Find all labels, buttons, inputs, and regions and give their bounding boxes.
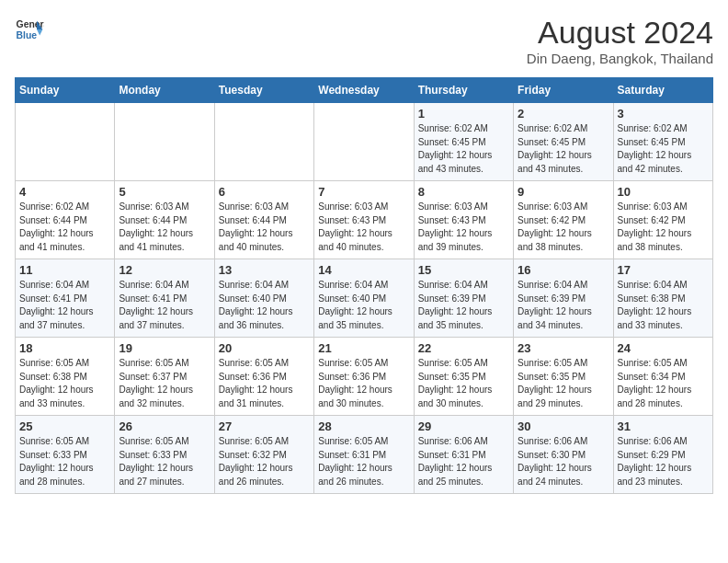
cell-date: 1 [418, 107, 509, 121]
cell-date: 25 [19, 419, 110, 433]
cell-info: Sunrise: 6:05 AM Sunset: 6:33 PM Dayligh… [19, 435, 110, 488]
cell-info: Sunrise: 6:05 AM Sunset: 6:35 PM Dayligh… [518, 357, 609, 410]
cell-date: 5 [119, 185, 210, 199]
cell-date: 11 [19, 263, 110, 277]
page-header: General Blue August 2024 Din Daeng, Bang… [15, 15, 713, 66]
calendar-cell: 8Sunrise: 6:03 AM Sunset: 6:43 PM Daylig… [414, 181, 513, 259]
cell-info: Sunrise: 6:06 AM Sunset: 6:30 PM Dayligh… [518, 435, 609, 488]
calendar-cell: 24Sunrise: 6:05 AM Sunset: 6:34 PM Dayli… [613, 338, 712, 416]
cell-date: 21 [318, 341, 409, 355]
week-row-5: 25Sunrise: 6:05 AM Sunset: 6:33 PM Dayli… [16, 416, 713, 494]
cell-info: Sunrise: 6:04 AM Sunset: 6:41 PM Dayligh… [19, 279, 110, 332]
cell-info: Sunrise: 6:02 AM Sunset: 6:44 PM Dayligh… [19, 201, 110, 254]
cell-date: 17 [618, 263, 709, 277]
calendar-cell: 11Sunrise: 6:04 AM Sunset: 6:41 PM Dayli… [16, 259, 115, 338]
cell-date: 4 [19, 185, 110, 199]
cell-info: Sunrise: 6:03 AM Sunset: 6:43 PM Dayligh… [318, 201, 409, 254]
calendar-title: August 2024 [527, 15, 713, 51]
cell-date: 16 [518, 263, 609, 277]
week-row-4: 18Sunrise: 6:05 AM Sunset: 6:38 PM Dayli… [16, 338, 713, 416]
calendar-cell: 7Sunrise: 6:03 AM Sunset: 6:43 PM Daylig… [314, 181, 414, 259]
calendar-cell: 17Sunrise: 6:04 AM Sunset: 6:38 PM Dayli… [613, 259, 712, 338]
cell-info: Sunrise: 6:03 AM Sunset: 6:42 PM Dayligh… [518, 201, 609, 254]
title-block: August 2024 Din Daeng, Bangkok, Thailand [527, 15, 713, 66]
cell-date: 22 [418, 341, 509, 355]
cell-date: 26 [119, 419, 210, 433]
cell-date: 20 [219, 341, 310, 355]
cell-date: 7 [318, 185, 409, 199]
calendar-cell: 31Sunrise: 6:06 AM Sunset: 6:29 PM Dayli… [613, 416, 712, 494]
cell-info: Sunrise: 6:05 AM Sunset: 6:34 PM Dayligh… [618, 357, 709, 410]
cell-info: Sunrise: 6:05 AM Sunset: 6:31 PM Dayligh… [318, 435, 409, 488]
calendar-header: SundayMondayTuesdayWednesdayThursdayFrid… [16, 78, 713, 103]
day-header-monday: Monday [115, 78, 214, 103]
calendar-cell: 16Sunrise: 6:04 AM Sunset: 6:39 PM Dayli… [514, 259, 613, 338]
svg-text:Blue: Blue [17, 30, 38, 40]
calendar-cell: 27Sunrise: 6:05 AM Sunset: 6:32 PM Dayli… [214, 416, 313, 494]
cell-info: Sunrise: 6:04 AM Sunset: 6:39 PM Dayligh… [418, 279, 509, 332]
cell-info: Sunrise: 6:05 AM Sunset: 6:33 PM Dayligh… [119, 435, 210, 488]
day-header-friday: Friday [514, 78, 613, 103]
svg-marker-3 [37, 29, 42, 35]
calendar-cell: 10Sunrise: 6:03 AM Sunset: 6:42 PM Dayli… [613, 181, 712, 259]
calendar-cell: 12Sunrise: 6:04 AM Sunset: 6:41 PM Dayli… [115, 259, 214, 338]
calendar-cell: 14Sunrise: 6:04 AM Sunset: 6:40 PM Dayli… [314, 259, 414, 338]
cell-date: 23 [518, 341, 609, 355]
cell-info: Sunrise: 6:04 AM Sunset: 6:39 PM Dayligh… [518, 279, 609, 332]
calendar-cell: 29Sunrise: 6:06 AM Sunset: 6:31 PM Dayli… [414, 416, 513, 494]
week-row-1: 1Sunrise: 6:02 AM Sunset: 6:45 PM Daylig… [16, 103, 713, 181]
calendar-cell [214, 103, 313, 181]
cell-info: Sunrise: 6:04 AM Sunset: 6:41 PM Dayligh… [119, 279, 210, 332]
cell-info: Sunrise: 6:03 AM Sunset: 6:44 PM Dayligh… [119, 201, 210, 254]
cell-info: Sunrise: 6:06 AM Sunset: 6:31 PM Dayligh… [418, 435, 509, 488]
calendar-subtitle: Din Daeng, Bangkok, Thailand [527, 51, 713, 66]
cell-date: 19 [119, 341, 210, 355]
cell-date: 3 [618, 107, 709, 121]
cell-info: Sunrise: 6:04 AM Sunset: 6:38 PM Dayligh… [618, 279, 709, 332]
cell-date: 30 [518, 419, 609, 433]
calendar-cell: 3Sunrise: 6:02 AM Sunset: 6:45 PM Daylig… [613, 103, 712, 181]
calendar-cell: 21Sunrise: 6:05 AM Sunset: 6:36 PM Dayli… [314, 338, 414, 416]
calendar-cell: 13Sunrise: 6:04 AM Sunset: 6:40 PM Dayli… [214, 259, 313, 338]
cell-date: 13 [219, 263, 310, 277]
cell-date: 14 [318, 263, 409, 277]
cell-date: 6 [219, 185, 310, 199]
calendar-cell: 6Sunrise: 6:03 AM Sunset: 6:44 PM Daylig… [214, 181, 313, 259]
cell-info: Sunrise: 6:04 AM Sunset: 6:40 PM Dayligh… [318, 279, 409, 332]
calendar-cell: 30Sunrise: 6:06 AM Sunset: 6:30 PM Dayli… [514, 416, 613, 494]
calendar-cell: 20Sunrise: 6:05 AM Sunset: 6:36 PM Dayli… [214, 338, 313, 416]
day-header-thursday: Thursday [414, 78, 513, 103]
cell-info: Sunrise: 6:05 AM Sunset: 6:37 PM Dayligh… [119, 357, 210, 410]
calendar-cell: 5Sunrise: 6:03 AM Sunset: 6:44 PM Daylig… [115, 181, 214, 259]
cell-date: 9 [518, 185, 609, 199]
calendar-cell: 1Sunrise: 6:02 AM Sunset: 6:45 PM Daylig… [414, 103, 513, 181]
calendar-table: SundayMondayTuesdayWednesdayThursdayFrid… [15, 77, 713, 494]
cell-info: Sunrise: 6:05 AM Sunset: 6:36 PM Dayligh… [219, 357, 310, 410]
cell-info: Sunrise: 6:03 AM Sunset: 6:44 PM Dayligh… [219, 201, 310, 254]
calendar-cell [314, 103, 414, 181]
calendar-cell: 26Sunrise: 6:05 AM Sunset: 6:33 PM Dayli… [115, 416, 214, 494]
cell-date: 2 [518, 107, 609, 121]
week-row-2: 4Sunrise: 6:02 AM Sunset: 6:44 PM Daylig… [16, 181, 713, 259]
cell-date: 12 [119, 263, 210, 277]
calendar-cell: 19Sunrise: 6:05 AM Sunset: 6:37 PM Dayli… [115, 338, 214, 416]
cell-info: Sunrise: 6:03 AM Sunset: 6:42 PM Dayligh… [618, 201, 709, 254]
logo-icon: General Blue [15, 15, 44, 44]
cell-date: 10 [618, 185, 709, 199]
cell-info: Sunrise: 6:06 AM Sunset: 6:29 PM Dayligh… [618, 435, 709, 488]
cell-info: Sunrise: 6:02 AM Sunset: 6:45 PM Dayligh… [518, 122, 609, 176]
calendar-cell: 15Sunrise: 6:04 AM Sunset: 6:39 PM Dayli… [414, 259, 513, 338]
calendar-cell: 18Sunrise: 6:05 AM Sunset: 6:38 PM Dayli… [16, 338, 115, 416]
week-row-3: 11Sunrise: 6:04 AM Sunset: 6:41 PM Dayli… [16, 259, 713, 338]
calendar-cell: 25Sunrise: 6:05 AM Sunset: 6:33 PM Dayli… [16, 416, 115, 494]
cell-date: 24 [618, 341, 709, 355]
calendar-body: 1Sunrise: 6:02 AM Sunset: 6:45 PM Daylig… [16, 103, 713, 494]
cell-date: 31 [618, 419, 709, 433]
cell-info: Sunrise: 6:03 AM Sunset: 6:43 PM Dayligh… [418, 201, 509, 254]
calendar-cell [115, 103, 214, 181]
cell-info: Sunrise: 6:05 AM Sunset: 6:38 PM Dayligh… [19, 357, 110, 410]
cell-date: 18 [19, 341, 110, 355]
day-header-wednesday: Wednesday [314, 78, 414, 103]
day-header-sunday: Sunday [16, 78, 115, 103]
cell-info: Sunrise: 6:02 AM Sunset: 6:45 PM Dayligh… [618, 122, 709, 176]
